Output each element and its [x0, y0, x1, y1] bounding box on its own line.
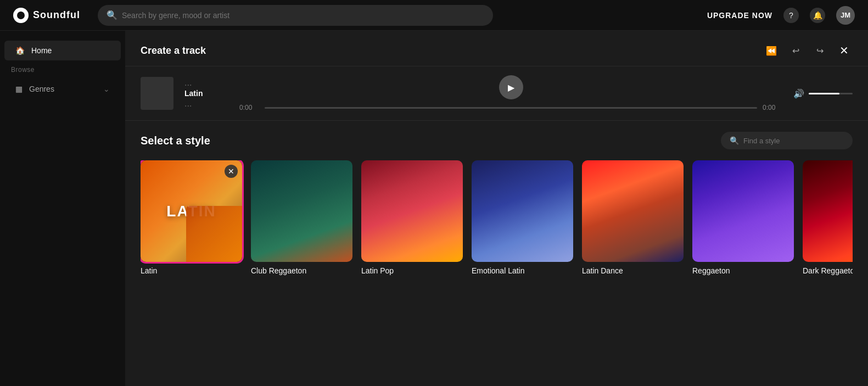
- modal-title: Create a track: [141, 45, 763, 57]
- style-card-name-emotional-latin: Emotional Latin: [472, 266, 573, 275]
- style-card-name-dark-reggaeton: Dark Reggaeton: [803, 266, 853, 275]
- style-search[interactable]: 🔍: [721, 132, 853, 149]
- nav-right: UPGRADE NOW ? 🔔 JM: [707, 6, 855, 25]
- progress-bar[interactable]: 0:00 0:00: [239, 104, 782, 111]
- progress-track[interactable]: [265, 107, 757, 109]
- style-card-latin-dance[interactable]: Latin Dance: [582, 160, 684, 275]
- modal: Create a track ⏪ ↩ ↪ ✕ ... Latin ... ▶ 0…: [125, 31, 868, 386]
- style-card-name-latin-pop: Latin Pop: [361, 266, 463, 275]
- browse-section-label: Browse: [0, 61, 125, 78]
- logo-icon: [13, 8, 29, 23]
- undo-button[interactable]: ↩: [787, 42, 804, 59]
- track-thumbnail: [141, 77, 173, 110]
- volume-icon: 🔊: [793, 88, 804, 99]
- player-controls: ▶ 0:00 0:00: [239, 75, 782, 111]
- chevron-down-icon: ⌄: [103, 85, 110, 93]
- modal-header: Create a track ⏪ ↩ ↪ ✕: [125, 31, 868, 66]
- style-header: Select a style 🔍: [141, 132, 853, 149]
- style-card-latin[interactable]: LATIN ✕ Latin: [141, 160, 242, 275]
- sidebar-home-label: Home: [31, 46, 52, 55]
- style-search-input[interactable]: [743, 137, 844, 145]
- avatar[interactable]: JM: [836, 6, 855, 25]
- upgrade-button[interactable]: UPGRADE NOW: [707, 11, 772, 20]
- track-dots-top: ...: [184, 78, 228, 88]
- player-section: ... Latin ... ▶ 0:00 0:00 🔊: [125, 66, 868, 121]
- track-info: ... Latin ...: [184, 78, 228, 109]
- logo: Soundful: [13, 8, 80, 23]
- style-card-img-wrap-club-reggaeton: [251, 160, 352, 262]
- style-card-name-club-reggaeton: Club Reggaeton: [251, 266, 352, 275]
- style-card-img-wrap-emotional-latin: [472, 160, 573, 262]
- sidebar-item-home[interactable]: 🏠 Home: [4, 41, 121, 60]
- redo-button[interactable]: ↪: [811, 42, 828, 59]
- track-genre: Latin: [184, 89, 228, 98]
- style-card-name-latin-dance: Latin Dance: [582, 266, 684, 275]
- time-end: 0:00: [763, 104, 782, 111]
- sidebar: 🏠 Home Browse ▦ Genres ⌄: [0, 31, 125, 386]
- play-button[interactable]: ▶: [499, 75, 523, 99]
- style-card-img-wrap-reggaeton: [692, 160, 794, 262]
- help-icon[interactable]: ?: [783, 8, 799, 23]
- remove-style-button-latin[interactable]: ✕: [225, 165, 238, 178]
- top-nav: Soundful 🔍 UPGRADE NOW ? 🔔 JM: [0, 0, 868, 31]
- style-card-emotional-latin[interactable]: Emotional Latin: [472, 160, 573, 275]
- genres-icon: ▦: [15, 85, 23, 93]
- style-card-img-wrap-dark-reggaeton: [803, 160, 853, 262]
- home-icon: 🏠: [15, 46, 25, 55]
- style-section-title: Select a style: [141, 135, 210, 147]
- skip-back-button[interactable]: ⏪: [763, 42, 780, 59]
- notifications-icon[interactable]: 🔔: [810, 8, 825, 23]
- style-card-latin-pop[interactable]: Latin Pop: [361, 160, 463, 275]
- search-icon: 🔍: [107, 10, 117, 20]
- style-card-img-wrap-latin-pop: [361, 160, 463, 262]
- style-card-club-reggaeton[interactable]: Club Reggaeton: [251, 160, 352, 275]
- search-input[interactable]: [122, 11, 484, 20]
- style-grid: LATIN ✕ Latin Club Reggaeton Latin Pop E…: [141, 160, 853, 279]
- track-dots-bottom: ...: [184, 99, 228, 109]
- genres-left: ▦ Genres: [15, 85, 54, 93]
- style-section: Select a style 🔍 LATIN ✕ Latin: [125, 121, 868, 386]
- style-card-name-latin: Latin: [141, 266, 242, 275]
- genres-label: Genres: [29, 85, 54, 93]
- time-start: 0:00: [239, 104, 259, 111]
- style-card-dark-reggaeton[interactable]: Dark Reggaeton: [803, 160, 853, 275]
- logo-text: Soundful: [33, 9, 80, 21]
- volume-fill: [809, 93, 839, 94]
- modal-overlay: Create a track ⏪ ↩ ↪ ✕ ... Latin ... ▶ 0…: [125, 31, 868, 386]
- close-button[interactable]: ✕: [835, 42, 853, 59]
- sidebar-item-genres[interactable]: ▦ Genres ⌄: [4, 79, 121, 99]
- style-card-name-reggaeton: Reggaeton: [692, 266, 794, 275]
- volume-bar[interactable]: [809, 93, 853, 94]
- style-card-img-wrap-latin-dance: [582, 160, 684, 262]
- style-card-reggaeton[interactable]: Reggaeton: [692, 160, 794, 275]
- modal-controls: ⏪ ↩ ↪ ✕: [763, 42, 853, 59]
- style-card-img-wrap-latin: LATIN ✕: [141, 160, 242, 262]
- search-bar[interactable]: 🔍: [98, 5, 493, 26]
- style-search-icon: 🔍: [730, 136, 739, 145]
- volume-section: 🔊: [793, 88, 853, 99]
